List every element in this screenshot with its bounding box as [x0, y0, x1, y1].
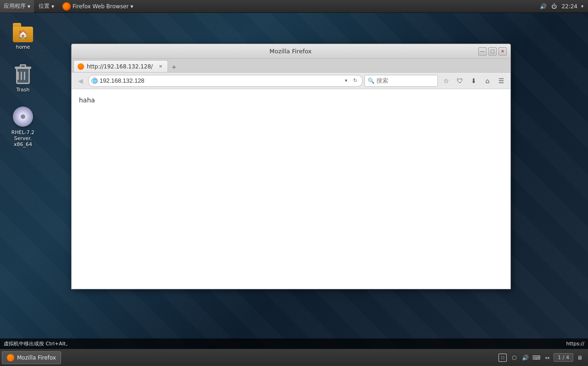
firefox-menu-arrow: ▾ [130, 3, 133, 10]
address-bar-right: ▾ ↻ [342, 77, 359, 85]
applications-menu-arrow: ▾ [28, 3, 30, 10]
desktop-icon-trash[interactable]: Trash [5, 61, 41, 95]
vm-screen-icon[interactable]: □ [498, 354, 507, 362]
browser-tab-active[interactable]: http://192.168.132.128/ ✕ [73, 60, 168, 72]
window-titlebar: Mozilla Firefox — □ ✕ [72, 44, 510, 59]
home-folder-icon: 🏠 [12, 20, 34, 42]
cd-icon [12, 106, 34, 128]
firefox-logo-icon [62, 2, 71, 11]
tab-bar: http://192.168.132.128/ ✕ ＋ [72, 59, 510, 73]
taskbar-top: 应用程序 ▾ 位置 ▾ Firefox Web Browser ▾ 🔊 ⏻ 22… [0, 0, 588, 13]
address-input[interactable] [100, 77, 340, 84]
status-bar: 虚拟机中移出或按 Ctrl+Alt。 https:// [0, 338, 588, 349]
nav-bar: ◀ 🌐 ▾ ↻ 🔍 ☆ 🛡 ⬇ ⌂ ☰ [72, 73, 510, 89]
clock: 22:24 [561, 3, 577, 10]
tab-favicon-icon [78, 63, 84, 70]
tab-label: http://192.168.132.128/ [87, 63, 153, 70]
applications-menu[interactable]: 应用程序 ▾ [0, 0, 34, 13]
dropdown-arrow[interactable]: ▾ [342, 77, 350, 85]
tray-vmtools-icon: ↔ [543, 354, 551, 361]
trash-icon-label: Trash [16, 87, 29, 93]
workspace-pager[interactable]: 1 / 4 [554, 353, 573, 362]
search-bar[interactable]: 🔍 [364, 75, 438, 87]
applications-menu-label: 应用程序 [4, 2, 26, 10]
taskbar-app-label: Mozilla Firefox [17, 355, 56, 361]
rhel-icon-label: RHEL-7.2 Server. x86_64 [6, 130, 39, 147]
desktop-icon-rhel[interactable]: RHEL-7.2 Server. x86_64 [5, 104, 41, 149]
places-menu-label: 位置 [39, 2, 50, 10]
download-button[interactable]: ⬇ [467, 74, 480, 87]
search-icon: 🔍 [368, 78, 375, 84]
window-controls: — □ ✕ [478, 47, 507, 56]
places-menu-arrow: ▾ [51, 3, 54, 10]
bookmark-star-button[interactable]: ☆ [440, 74, 453, 87]
page-info-button[interactable]: 🛡 [454, 74, 466, 87]
browser-window: Mozilla Firefox — □ ✕ http://192.168.132… [71, 44, 511, 289]
volume-icon[interactable]: 🔊 [539, 3, 547, 10]
globe-icon: 🌐 [91, 78, 98, 84]
home-icon-label: home [16, 44, 30, 50]
browser-content: haha [72, 89, 510, 289]
taskbar-app-firefox[interactable]: Mozilla Firefox [2, 351, 61, 364]
show-desktop-icon[interactable]: 🖥 [576, 354, 583, 361]
tray-icons: □ ⬡ 🔊 ⌨ ↔ [498, 354, 551, 362]
nav-icons-right: ☆ 🛡 ⬇ ⌂ ☰ [440, 74, 508, 87]
pager-text: 1 / 4 [558, 355, 569, 360]
page-content-text: haha [79, 96, 95, 104]
firefox-menu-label: Firefox Web Browser [73, 3, 129, 10]
tray-volume-icon: 🔊 [521, 354, 529, 361]
new-tab-button[interactable]: ＋ [169, 62, 179, 72]
taskbar-top-right: 🔊 ⏻ 22:24 ▾ [539, 3, 588, 10]
desktop: 应用程序 ▾ 位置 ▾ Firefox Web Browser ▾ 🔊 ⏻ 22… [0, 0, 588, 366]
places-menu[interactable]: 位置 ▾ [35, 0, 58, 13]
clock-arrow: ▾ [581, 4, 583, 9]
desktop-icons: 🏠 home Trash [5, 18, 41, 149]
taskbar-firefox-icon [7, 354, 14, 361]
address-bar[interactable]: 🌐 ▾ ↻ [88, 75, 363, 87]
minimize-button[interactable]: — [478, 47, 487, 56]
close-button[interactable]: ✕ [498, 47, 507, 56]
window-title: Mozilla Firefox [103, 48, 478, 55]
hint-url: https:// [566, 341, 584, 347]
taskbar-top-left: 应用程序 ▾ 位置 ▾ Firefox Web Browser ▾ [0, 0, 137, 13]
reload-button[interactable]: ↻ [351, 77, 359, 85]
taskbar-right: □ ⬡ 🔊 ⌨ ↔ 1 / 4 🖥 [498, 353, 588, 362]
status-text: 虚拟机中移出或按 Ctrl+Alt。 [4, 340, 71, 347]
back-button[interactable]: ◀ [74, 75, 86, 87]
menu-button[interactable]: ☰ [495, 74, 508, 87]
trash-icon [12, 63, 34, 85]
maximize-button[interactable]: □ [488, 47, 497, 56]
tray-keyboard-icon: ⌨ [532, 354, 540, 361]
desktop-icon-home[interactable]: 🏠 home [5, 18, 41, 52]
firefox-menu[interactable]: Firefox Web Browser ▾ [59, 0, 137, 13]
tray-network-icon: ⬡ [510, 354, 518, 361]
home-button[interactable]: ⌂ [481, 74, 494, 87]
tab-close-button[interactable]: ✕ [157, 63, 164, 70]
power-icon[interactable]: ⏻ [550, 3, 558, 10]
taskbar-bottom: Mozilla Firefox □ ⬡ 🔊 ⌨ ↔ 1 / 4 🖥 [0, 349, 588, 366]
